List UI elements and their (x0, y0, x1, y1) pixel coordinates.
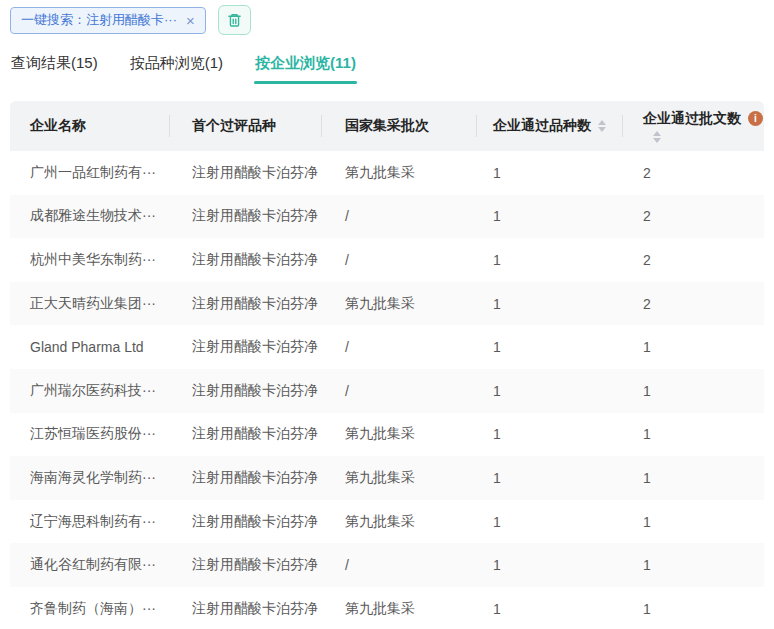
variety-count-cell: 1 (477, 557, 623, 573)
filter-toolbar: 一键搜索：注射用醋酸卡··· × (0, 0, 774, 36)
first-variety-cell: 注射用醋酸卡泊芬净 (170, 338, 322, 356)
first-variety-cell: 注射用醋酸卡泊芬净 (170, 600, 322, 618)
approval-count-link[interactable]: 2 (643, 165, 651, 181)
company-name-cell: 成都雅途生物技术··· (10, 207, 170, 225)
first-variety-cell: 注射用醋酸卡泊芬净 (170, 251, 322, 269)
procurement-batch-cell: / (322, 557, 477, 573)
first-variety-cell: 注射用醋酸卡泊芬净 (170, 295, 322, 313)
sort-icon[interactable] (598, 120, 606, 132)
table-row: 广州瑞尔医药科技··· 注射用醋酸卡泊芬净 / 1 1 (10, 369, 764, 413)
variety-count-link[interactable]: 1 (493, 601, 501, 617)
column-header-first-variety: 首个过评品种 (170, 101, 322, 151)
first-variety-cell: 注射用醋酸卡泊芬净 (170, 469, 322, 487)
variety-count-cell: 1 (477, 470, 623, 486)
variety-count-cell: 1 (477, 601, 623, 617)
info-icon[interactable]: i (748, 111, 763, 126)
tab-query-results[interactable]: 查询结果(15) (10, 49, 99, 84)
tab-by-variety[interactable]: 按品种浏览(1) (129, 49, 224, 84)
first-variety-cell: 注射用醋酸卡泊芬净 (170, 207, 322, 225)
procurement-batch-cell: / (322, 208, 477, 224)
variety-count-cell: 1 (477, 208, 623, 224)
sort-icon[interactable] (653, 131, 661, 143)
table-row: 辽宁海思科制药有··· 注射用醋酸卡泊芬净 第九批集采 1 1 (10, 500, 764, 544)
search-filter-tag[interactable]: 一键搜索：注射用醋酸卡··· × (10, 7, 206, 34)
variety-count-link[interactable]: 1 (493, 208, 501, 224)
approval-count-link[interactable]: 1 (643, 383, 651, 399)
procurement-batch-cell: / (322, 252, 477, 268)
variety-count-link[interactable]: 1 (493, 426, 501, 442)
procurement-batch-cell: 第九批集采 (322, 600, 477, 618)
company-name-cell: 正大天晴药业集团··· (10, 295, 170, 313)
variety-count-link[interactable]: 1 (493, 557, 501, 573)
approval-count-cell: 1 (623, 470, 764, 486)
approval-count-cell: 1 (623, 426, 764, 442)
approval-count-link[interactable]: 2 (643, 296, 651, 312)
table-body: 广州一品红制药有··· 注射用醋酸卡泊芬净 第九批集采 1 2 成都雅途生物技术… (10, 151, 764, 629)
approval-count-link[interactable]: 2 (643, 208, 651, 224)
variety-count-link[interactable]: 1 (493, 339, 501, 355)
approval-count-cell: 1 (623, 514, 764, 530)
caret-down-icon (653, 138, 661, 143)
first-variety-cell: 注射用醋酸卡泊芬净 (170, 513, 322, 531)
first-variety-cell: 注射用醋酸卡泊芬净 (170, 382, 322, 400)
approval-count-link[interactable]: 1 (643, 557, 651, 573)
approval-count-cell: 1 (623, 601, 764, 617)
table-row: 海南海灵化学制药··· 注射用醋酸卡泊芬净 第九批集采 1 1 (10, 456, 764, 500)
variety-count-cell: 1 (477, 383, 623, 399)
search-filter-tag-label: 一键搜索：注射用醋酸卡··· (21, 11, 177, 29)
approval-count-cell: 2 (623, 296, 764, 312)
table-row: 江苏恒瑞医药股份··· 注射用醋酸卡泊芬净 第九批集采 1 1 (10, 413, 764, 457)
table-row: 正大天晴药业集团··· 注射用醋酸卡泊芬净 第九批集采 1 2 (10, 282, 764, 326)
caret-up-icon (653, 131, 661, 136)
procurement-batch-cell: 第九批集采 (322, 425, 477, 443)
variety-count-cell: 1 (477, 296, 623, 312)
column-header-procurement-batch: 国家集采批次 (322, 101, 477, 151)
table-row: 齐鲁制药（海南）··· 注射用醋酸卡泊芬净 第九批集采 1 1 (10, 587, 764, 629)
approval-count-link[interactable]: 1 (643, 339, 651, 355)
company-name-cell: 杭州中美华东制药··· (10, 251, 170, 269)
approval-count-link[interactable]: 1 (643, 601, 651, 617)
result-tabs: 查询结果(15) 按品种浏览(1) 按企业浏览(11) (0, 49, 774, 84)
variety-count-cell: 1 (477, 426, 623, 442)
procurement-batch-cell: 第九批集采 (322, 513, 477, 531)
company-name-cell: 广州瑞尔医药科技··· (10, 382, 170, 400)
first-variety-cell: 注射用醋酸卡泊芬净 (170, 556, 322, 574)
approval-count-cell: 1 (623, 383, 764, 399)
table-row: 成都雅途生物技术··· 注射用醋酸卡泊芬净 / 1 2 (10, 195, 764, 239)
variety-count-cell: 1 (477, 339, 623, 355)
table-row: 广州一品红制药有··· 注射用醋酸卡泊芬净 第九批集采 1 2 (10, 151, 764, 195)
caret-down-icon (598, 127, 606, 132)
approval-count-link[interactable]: 2 (643, 252, 651, 268)
procurement-batch-cell: 第九批集采 (322, 469, 477, 487)
company-name-cell: 江苏恒瑞医药股份··· (10, 425, 170, 443)
company-name-cell: 通化谷红制药有限··· (10, 556, 170, 574)
tab-by-company[interactable]: 按企业浏览(11) (254, 49, 357, 84)
column-header-approval-count: 企业通过批文数 i (623, 101, 764, 151)
variety-count-link[interactable]: 1 (493, 296, 501, 312)
variety-count-link[interactable]: 1 (493, 252, 501, 268)
company-name-cell: Gland Pharma Ltd (10, 339, 170, 355)
variety-count-link[interactable]: 1 (493, 514, 501, 530)
variety-count-link[interactable]: 1 (493, 383, 501, 399)
approval-count-link[interactable]: 1 (643, 514, 651, 530)
caret-up-icon (598, 120, 606, 125)
company-name-cell: 海南海灵化学制药··· (10, 469, 170, 487)
procurement-batch-cell: 第九批集采 (322, 295, 477, 313)
column-header-company-name: 企业名称 (10, 101, 170, 151)
clear-filters-button[interactable] (218, 5, 251, 35)
procurement-batch-cell: / (322, 339, 477, 355)
company-name-cell: 辽宁海思科制药有··· (10, 513, 170, 531)
variety-count-cell: 1 (477, 252, 623, 268)
approval-count-link[interactable]: 1 (643, 426, 651, 442)
variety-count-link[interactable]: 1 (493, 165, 501, 181)
approval-count-cell: 2 (623, 208, 764, 224)
column-header-variety-count: 企业通过品种数 (477, 101, 623, 151)
table-header-row: 企业名称 首个过评品种 国家集采批次 企业通过品种数 企业通过批文数 i (10, 101, 764, 151)
company-table: 企业名称 首个过评品种 国家集采批次 企业通过品种数 企业通过批文数 i (10, 101, 764, 629)
procurement-batch-cell: 第九批集采 (322, 164, 477, 182)
approval-count-cell: 2 (623, 252, 764, 268)
approval-count-link[interactable]: 1 (643, 470, 651, 486)
close-icon[interactable]: × (186, 13, 195, 28)
variety-count-link[interactable]: 1 (493, 470, 501, 486)
variety-count-cell: 1 (477, 165, 623, 181)
